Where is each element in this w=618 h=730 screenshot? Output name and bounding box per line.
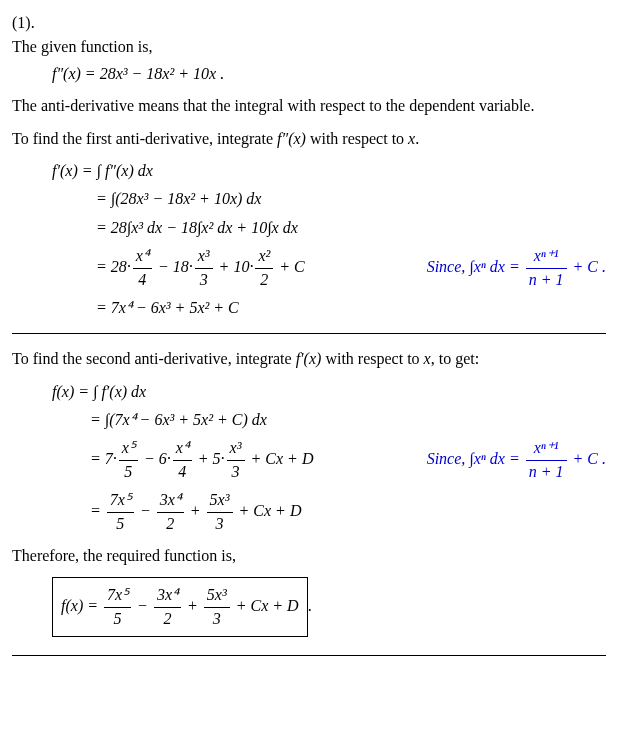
text: To find the second anti-derivative, inte… (12, 350, 296, 367)
n: 3x⁴ (154, 584, 181, 607)
step-2: = ∫(7x⁴ − 6x³ + 5x² + C) dx (90, 409, 606, 431)
n: x⁴ (173, 437, 192, 460)
text: To find the first anti-derivative, integ… (12, 130, 277, 147)
s: + C (275, 258, 304, 275)
second-antiderivative-intro: To find the second anti-derivative, inte… (12, 348, 606, 370)
conclusion-text: Therefore, the required function is, (12, 545, 606, 567)
second-antiderivative-steps: f(x) = ∫ f′(x) dx = ∫(7x⁴ − 6x³ + 5x² + … (52, 381, 606, 535)
d: 3 (227, 461, 245, 483)
d: n + 1 (526, 461, 567, 483)
p: f(x) = (61, 597, 102, 614)
n: xⁿ⁺¹ (526, 245, 567, 268)
step-3: = 7·x⁵5 − 6·x⁴4 + 5·x³3 + Cx + D (90, 437, 407, 483)
separator-1 (12, 333, 606, 334)
step-1: f′(x) = ∫ f″(x) dx (52, 160, 606, 182)
n: 5x³ (204, 584, 230, 607)
m: + (183, 597, 202, 614)
d: 5 (104, 608, 131, 630)
step-3-row: = 7·x⁵5 − 6·x⁴4 + 5·x³3 + Cx + D Since, … (90, 437, 606, 483)
p: Since, ∫xⁿ dx = (427, 258, 524, 275)
s: + C . (569, 258, 606, 275)
text: with respect to (321, 350, 423, 367)
d: 2 (157, 513, 184, 535)
d: 5 (119, 461, 138, 483)
m: − 18· (154, 258, 193, 275)
first-antiderivative-intro: To find the first anti-derivative, integ… (12, 128, 606, 150)
s: + Cx + D (235, 502, 302, 519)
final-answer-box: f(x) = 7x⁵5 − 3x⁴2 + 5x³3 + Cx + D (52, 577, 308, 637)
p: Since, ∫xⁿ dx = (427, 450, 524, 467)
step-4: = 7x⁵5 − 3x⁴2 + 5x³3 + Cx + D (90, 489, 606, 535)
n: x⁵ (119, 437, 138, 460)
period: . (415, 130, 419, 147)
d: 3 (195, 269, 213, 291)
given-equation: f″(x) = 28x³ − 18x² + 10x . (52, 63, 606, 85)
m: + 5· (194, 450, 225, 467)
final-answer-row: f(x) = 7x⁵5 − 3x⁴2 + 5x³3 + Cx + D . (52, 577, 606, 637)
s: + Cx + D (232, 597, 299, 614)
first-antiderivative-steps: f′(x) = ∫ f″(x) dx = ∫(28x³ − 18x² + 10x… (52, 160, 606, 319)
n: 3x⁴ (157, 489, 184, 512)
step-2: = ∫(28x³ − 18x² + 10x) dx (96, 188, 606, 210)
n: 5x³ (207, 489, 233, 512)
d: 3 (207, 513, 233, 535)
m: − 6· (140, 450, 171, 467)
separator-2 (12, 655, 606, 656)
power-rule-note: Since, ∫xⁿ dx = xⁿ⁺¹n + 1 + C . (427, 245, 606, 291)
m: − (133, 597, 152, 614)
n: x² (255, 245, 273, 268)
n: 7x⁵ (104, 584, 131, 607)
n: 7x⁵ (107, 489, 134, 512)
d: 5 (107, 513, 134, 535)
p: = 28· (96, 258, 131, 275)
p: = 7· (90, 450, 117, 467)
power-rule-note-2: Since, ∫xⁿ dx = xⁿ⁺¹n + 1 + C . (427, 437, 606, 483)
m: − (136, 502, 155, 519)
d: 2 (154, 608, 181, 630)
var: x (424, 350, 431, 367)
intro-text: The given function is, (12, 36, 606, 58)
step-4-row: = 28·x⁴4 − 18·x³3 + 10·x²2 + C Since, ∫x… (96, 245, 606, 291)
m: + (186, 502, 205, 519)
n: xⁿ⁺¹ (526, 437, 567, 460)
fn: f′(x) (296, 350, 322, 367)
n: x³ (227, 437, 245, 460)
text: with respect to (306, 130, 408, 147)
trailing-period: . (308, 597, 312, 614)
d: 3 (204, 608, 230, 630)
fn: f″(x) (277, 130, 306, 147)
s: + C . (569, 450, 606, 467)
anti-derivative-definition: The anti-derivative means that the integ… (12, 95, 606, 117)
s: + Cx + D (247, 450, 314, 467)
problem-number: (1). (12, 12, 606, 34)
d: 4 (133, 269, 152, 291)
n: x⁴ (133, 245, 152, 268)
d: 4 (173, 461, 192, 483)
step-5: = 7x⁴ − 6x³ + 5x² + C (96, 297, 606, 319)
text: , to get: (431, 350, 479, 367)
step-4: = 28·x⁴4 − 18·x³3 + 10·x²2 + C (96, 245, 407, 291)
step-3: = 28∫x³ dx − 18∫x² dx + 10∫x dx (96, 217, 606, 239)
n: x³ (195, 245, 213, 268)
m: + 10· (215, 258, 254, 275)
d: 2 (255, 269, 273, 291)
step-1: f(x) = ∫ f′(x) dx (52, 381, 606, 403)
d: n + 1 (526, 269, 567, 291)
p: = (90, 502, 105, 519)
